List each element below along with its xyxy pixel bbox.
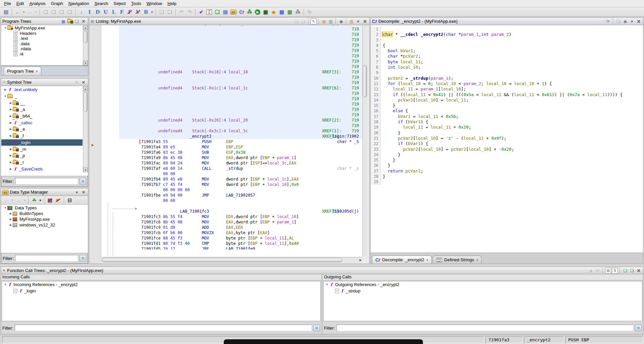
listing-row[interactable]: _encrypt2XREF[1]:_login:71902 bbox=[102, 134, 362, 139]
dtm-hide-pointers-icon[interactable]: ☛ bbox=[54, 197, 62, 204]
listing-vscrollbar[interactable] bbox=[362, 25, 367, 257]
datatypes-folder-icon[interactable]: DT bbox=[229, 8, 237, 16]
menu-search[interactable]: Search bbox=[92, 1, 111, 6]
tree-item[interactable]: f _strdup bbox=[324, 288, 642, 294]
expander-icon[interactable]: ▶ bbox=[9, 134, 13, 137]
tree-item[interactable]: ▼f Incoming References - _encrypt2 bbox=[2, 281, 320, 288]
letter-f-icon[interactable]: F bbox=[118, 8, 126, 16]
decompile-line[interactable]: 21 pcVar2[local_10] = 'z' - (local_11 + … bbox=[371, 136, 643, 141]
decompile-line[interactable]: 8 int local_10; bbox=[371, 65, 643, 70]
expander-icon[interactable]: ▶ bbox=[9, 128, 13, 131]
incoming-calls-tree[interactable]: ▼f Incoming References - _encrypt2 f _lo… bbox=[2, 281, 321, 321]
decompile-line[interactable]: 17 bVar1 = local_11 < 0x5b; bbox=[371, 114, 643, 119]
diamond-icon[interactable]: ◆ bbox=[270, 8, 278, 16]
tree-item--text[interactable]: .text bbox=[1, 36, 83, 41]
validate-icon[interactable]: ✔ bbox=[197, 8, 205, 16]
re-decompile-icon[interactable]: ⟳ bbox=[605, 18, 611, 24]
symbol-tree-scrollbar[interactable]: ▲ ▼ bbox=[83, 86, 88, 172]
decompile-line[interactable]: 19 local_11 = local_11 + 0x20; bbox=[371, 125, 643, 130]
panes-icon[interactable]: ⧉ bbox=[605, 268, 611, 274]
decompile-code-area[interactable]: 12char * __cdecl _encrypt2(char *param_1… bbox=[371, 25, 643, 252]
program-trees-scrollbar[interactable]: ▲ ▼ bbox=[83, 25, 88, 65]
listing-display-dropdown-icon[interactable]: ▾ bbox=[355, 18, 361, 24]
decompile-line[interactable]: 2char * __cdecl _encrypt2(char *param_1,… bbox=[371, 32, 643, 37]
decompile-line[interactable]: 24 } bbox=[371, 152, 643, 157]
listing-row[interactable]: 71901fd1 80 7d f3 40 CMP byte ptr [EBP +… bbox=[102, 241, 362, 246]
filter-options-icon[interactable]: ⚙ bbox=[79, 255, 86, 262]
listing-row[interactable]: 719 bbox=[102, 37, 362, 43]
symbol-tree-filter-input[interactable] bbox=[15, 178, 78, 185]
listing-row[interactable]: 71901fd5 76 12 JBE LAB_71901fe9 bbox=[102, 246, 362, 250]
expander-icon[interactable]: ▶ bbox=[9, 161, 13, 164]
tree-item--calloc[interactable]: ▶f_calloc bbox=[1, 119, 83, 126]
listing-row[interactable]: 00 00 00 00 bbox=[102, 187, 362, 193]
forward-dropdown-icon[interactable]: ▾ bbox=[34, 8, 38, 16]
menu-help[interactable]: Help bbox=[165, 1, 179, 6]
decompile-dropdown-icon[interactable]: ▾ bbox=[629, 18, 635, 24]
snapshot-icon[interactable]: ▦ bbox=[60, 18, 66, 24]
decompile-line[interactable]: 13 if ((local_11 < 0x41) || (((0x5a < lo… bbox=[371, 92, 643, 97]
refresh-disabled-icon[interactable]: ↻ bbox=[306, 8, 314, 16]
listing-row[interactable]: 71901fa6 83 ec 38 SUB ESP,0x38 bbox=[102, 150, 362, 155]
filter-options-icon[interactable]: ⚙ bbox=[313, 325, 320, 331]
letter-l-icon[interactable]: L bbox=[110, 8, 118, 16]
decompile-line[interactable]: 28} bbox=[371, 174, 643, 179]
home-icon[interactable]: ⌂ bbox=[588, 268, 594, 274]
expander-icon[interactable]: ▼ bbox=[3, 206, 7, 209]
listing-row[interactable]: 71901faf e8 60 14 CALL _strdupchar * _s bbox=[102, 166, 362, 171]
diff-view-icon[interactable]: ▥ bbox=[328, 18, 334, 24]
expander-icon[interactable]: ▶ bbox=[9, 121, 13, 124]
outgoing-filter-input[interactable] bbox=[336, 325, 634, 331]
patch-icon-1[interactable]: ❏ bbox=[42, 8, 50, 16]
tree-item--f[interactable]: ▶_f bbox=[1, 133, 83, 139]
listing-row[interactable]: 71901fa4 89 e5 MOV EBP,ESP bbox=[102, 144, 362, 150]
listing-row[interactable]: 71901fb7 c7 45 f4 MOV dword ptr [EBP + l… bbox=[102, 182, 362, 187]
expander-icon[interactable]: ▶ bbox=[9, 115, 13, 118]
expander-icon[interactable]: ▶ bbox=[9, 141, 13, 144]
listing-row[interactable]: 719 bbox=[102, 91, 362, 96]
listing-row[interactable]: 719 bbox=[102, 101, 362, 107]
listing-row[interactable]: 719 bbox=[102, 107, 362, 112]
close-icon[interactable]: ✕ bbox=[636, 268, 642, 274]
dtm-back-dropdown-icon[interactable]: ▾ bbox=[10, 197, 14, 204]
letter-u-icon[interactable]: U bbox=[102, 8, 110, 16]
listing-row[interactable]: 719 bbox=[102, 53, 362, 59]
listing-hscrollbar[interactable]: ▶ bbox=[102, 257, 362, 263]
copy-icon[interactable]: ❏ bbox=[293, 18, 300, 24]
tree-item--p[interactable]: ▶_p bbox=[1, 152, 83, 159]
play-icon[interactable]: ▶ bbox=[254, 8, 262, 16]
expander-icon[interactable]: ▶ bbox=[3, 88, 7, 91]
expander-icon[interactable]: ▼ bbox=[3, 26, 7, 29]
listing-row[interactable]: 719 bbox=[102, 59, 362, 64]
tree-item--rdata[interactable]: .rdata bbox=[1, 46, 83, 52]
tab-close-icon[interactable]: × bbox=[36, 69, 38, 73]
dock-sliver[interactable] bbox=[224, 339, 423, 344]
close-icon[interactable]: ✕ bbox=[636, 18, 642, 24]
decompile-line[interactable]: 1 bbox=[371, 26, 643, 32]
listing-row[interactable]: 719 bbox=[102, 32, 362, 37]
letter-i-icon[interactable]: I bbox=[86, 8, 94, 16]
close-icon[interactable]: ✕ bbox=[80, 79, 87, 85]
listing-row[interactable]: 71901fac 89 04 24 MOV dword ptr [ESP]=>l… bbox=[102, 160, 362, 166]
redo-icon[interactable]: ↷ bbox=[185, 8, 194, 16]
memory-map-icon[interactable]: ▦ bbox=[262, 8, 270, 16]
decompile-line[interactable]: 6 char *pcVar2; bbox=[371, 54, 643, 59]
listing-row[interactable]: 71901fa3 55 PUSH EBPchar * _S bbox=[102, 139, 362, 144]
expander-icon[interactable]: ▶ bbox=[9, 167, 13, 170]
disassemble-icon[interactable]: ↓ bbox=[77, 8, 86, 16]
decompile-line[interactable]: 18 if (bVar1) { bbox=[371, 119, 643, 125]
fields-table-icon[interactable]: ▦ bbox=[321, 18, 327, 24]
swap-out-icon[interactable]: ❏ bbox=[166, 8, 174, 16]
listing-row[interactable]: 719 bbox=[102, 64, 362, 69]
decompile-line[interactable]: 3 bbox=[371, 38, 643, 43]
letters-dropdown-icon[interactable]: ▾ bbox=[150, 8, 154, 16]
undo-icon[interactable]: ↶ bbox=[177, 8, 185, 16]
listing-row[interactable]: undefined4 Stack[-0x1c]:4 local_1cXREF[6… bbox=[102, 85, 362, 91]
tree-item-data-types[interactable]: ▼Data Types bbox=[1, 205, 88, 211]
swap-in-icon[interactable]: ❏ bbox=[158, 8, 166, 16]
back-dropdown-icon[interactable]: ▾ bbox=[22, 8, 26, 16]
listing-row[interactable]: 71901fbe e9 94 00 JMP LAB_71902057 bbox=[102, 193, 362, 198]
decompile-line[interactable]: 5 bool bVar1; bbox=[371, 48, 643, 54]
decompile-line[interactable]: 15 } bbox=[371, 103, 643, 108]
listing-row[interactable]: undefined4 Stack[-0x20]:4 local_20XREF[2… bbox=[102, 118, 362, 123]
